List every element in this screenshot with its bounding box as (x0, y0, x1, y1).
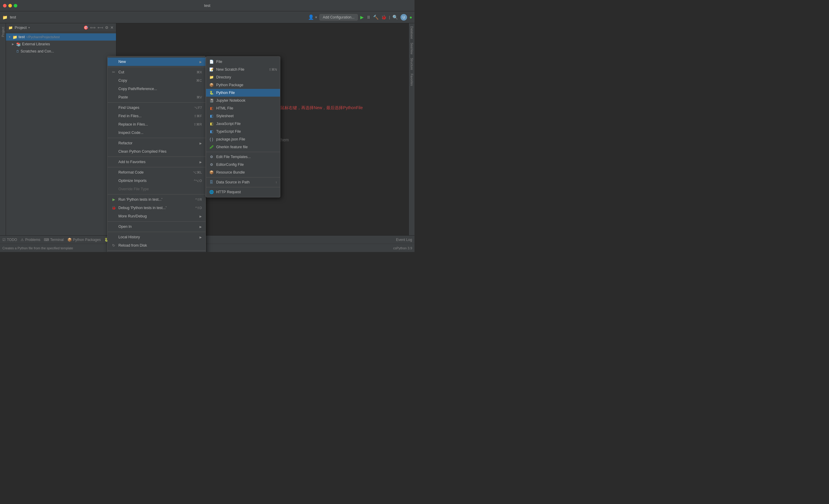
debug-shortcut: ^⇧D (195, 206, 202, 210)
stop-icon[interactable]: ⏸ (366, 14, 371, 20)
minimize-button[interactable] (8, 4, 12, 7)
submenu-item-package-json[interactable]: { } package.json File (206, 135, 280, 143)
menu-item-debug[interactable]: 🐞 Debug 'Python tests in test...' ^⇧D (108, 204, 206, 212)
directory-icon: 📁 (209, 75, 214, 79)
submenu-label-jupyter: Jupyter Notebook (216, 99, 245, 103)
bottom-tab-python-packages[interactable]: 📦 Python Packages (67, 238, 101, 242)
menu-item-refactor[interactable]: Refactor ▶ (108, 139, 206, 147)
menu-label-override: Override File Type (118, 187, 149, 191)
tree-icon-ext: 📚 (16, 42, 21, 46)
menu-item-copy[interactable]: Copy ⌘C (108, 76, 206, 85)
debug-icon[interactable]: 🐞 (381, 14, 387, 20)
panel-title-arrow[interactable]: ▾ (28, 26, 30, 29)
submenu-sep-1 (206, 152, 280, 152)
submenu-item-directory[interactable]: 📁 Directory (206, 73, 280, 81)
submenu-item-jupyter[interactable]: 📓 Jupyter Notebook (206, 97, 280, 104)
submenu-item-javascript[interactable]: ◧ JavaScript File (206, 120, 280, 128)
submenu-item-stylesheet[interactable]: ◧ Stylesheet (206, 112, 280, 120)
submenu-label-data-source: Data Source in Path (216, 180, 250, 184)
menu-label-reload: Reload from Disk (118, 243, 147, 248)
run-icon[interactable]: ▶ (360, 14, 364, 20)
left-sidebar-tabs: Project (0, 23, 6, 235)
sidebar-tab-project[interactable]: Project (1, 25, 5, 39)
search-icon[interactable]: 🔍 (392, 14, 398, 20)
submenu-item-data-source[interactable]: 🗄 Data Source in Path ↑ (206, 178, 280, 186)
panel-close-icon[interactable]: ✕ (110, 25, 114, 30)
optimize-shortcut: ^⌥O (194, 179, 202, 183)
tree-item-external-libraries[interactable]: ▶ 📚 External Libraries (6, 41, 116, 48)
menu-label-replace: Replace in Files... (118, 122, 148, 127)
bottom-tab-todo[interactable]: ☑ TODO (2, 238, 17, 242)
menu-item-more-run[interactable]: More Run/Debug ▶ (108, 212, 206, 220)
menu-item-reload[interactable]: ↻ Reload from Disk (108, 241, 206, 250)
project-tree: ▼ 📁 test ~/PycharmProjects/test ▶ 📚 Exte… (6, 32, 116, 235)
json-icon: { } (209, 137, 214, 141)
panel-collapse-icon[interactable]: ⟻ (98, 25, 103, 30)
menu-item-run[interactable]: ▶ Run 'Python tests in test...' ^⇧R (108, 195, 206, 204)
menu-item-clean-python[interactable]: Clean Python Compiled Files (108, 147, 206, 156)
panel-settings-icon[interactable]: ⚙ (105, 25, 109, 30)
menu-item-find-usages[interactable]: Find Usages ⌥F7 (108, 104, 206, 112)
menu-item-copy-path[interactable]: Copy Path/Reference... (108, 85, 206, 93)
tree-item-root[interactable]: ▼ 📁 test ~/PycharmProjects/test (6, 33, 116, 41)
debug-menu-icon: 🐞 (111, 206, 116, 210)
user-avatar[interactable]: U (400, 14, 407, 21)
submenu-label-directory: Directory (216, 75, 231, 79)
submenu-item-new-scratch[interactable]: 📝 New Scratch File ⇧⌘N (206, 66, 280, 73)
find-usages-shortcut: ⌥F7 (194, 106, 202, 110)
menu-label-refactor: Refactor (118, 141, 133, 145)
tree-label-ext: External Libraries (22, 42, 50, 46)
right-tab-seaview[interactable]: SeaView (409, 41, 414, 56)
submenu-item-typescript[interactable]: ◧ TypeScript File (206, 128, 280, 135)
submenu-item-python-file[interactable]: 🐍 Python File (206, 89, 280, 97)
menu-item-local-history[interactable]: Local History ▶ (108, 233, 206, 241)
menu-item-open-in[interactable]: Open In ▶ (108, 222, 206, 231)
right-tab-structure[interactable]: Structure (409, 56, 414, 72)
menu-item-find-in-files[interactable]: Find in Files... ⇧⌘F (108, 112, 206, 120)
submenu-item-edit-templates[interactable]: ⚙ Edit File Templates... (206, 153, 280, 161)
tree-item-scratches[interactable]: 🗒 Scratches and Con... (6, 48, 116, 55)
submenu-item-file[interactable]: 📄 File (206, 58, 280, 66)
submenu-item-python-package[interactable]: 📦 Python Package (206, 81, 280, 89)
add-configuration-button[interactable]: Add Configuration... (319, 14, 358, 21)
menu-item-replace-in-files[interactable]: Replace in Files... ⇧⌘R (108, 120, 206, 129)
submenu-label-json: package.json File (216, 137, 245, 141)
menu-item-compare[interactable]: ⟺ Compare With... ⌘D (108, 252, 206, 252)
bottom-tab-terminal[interactable]: ⌨ Terminal (44, 238, 64, 242)
right-tab-database[interactable]: Database (409, 25, 414, 41)
bottom-tab-event-log[interactable]: Event Log (396, 238, 412, 242)
window-controls[interactable] (3, 4, 17, 7)
python-version[interactable]: csPython 3.9 (393, 246, 412, 250)
submenu-item-editorconfig[interactable]: ⚙ EditorConfig File (206, 161, 280, 169)
menu-item-cut[interactable]: ✂ Cut ⌘X (108, 68, 206, 76)
submenu-item-resource-bundle[interactable]: 📦 Resource Bundle (206, 169, 280, 176)
menu-label-cut: Cut (118, 70, 124, 74)
menu-item-reformat[interactable]: Reformat Code ⌥⌘L (108, 168, 206, 177)
run-menu-icon: ▶ (111, 197, 116, 202)
bottom-tab-problems[interactable]: ⚠ Problems (21, 238, 40, 242)
menu-label-clean: Clean Python Compiled Files (118, 149, 167, 153)
data-source-arrow: ↑ (276, 180, 277, 184)
menu-item-paste[interactable]: Paste ⌘V (108, 93, 206, 101)
menu-item-override: Override File Type (108, 185, 206, 193)
menu-item-optimize[interactable]: Optimize Imports ^⌥O (108, 177, 206, 185)
menu-item-add-favorites[interactable]: Add to Favorites ▶ (108, 158, 206, 166)
close-button[interactable] (3, 4, 6, 7)
submenu-label-editorconfig: EditorConfig File (216, 163, 244, 167)
window-title: test (204, 3, 211, 8)
submenu-item-gherkin[interactable]: 🥒 Gherkin feature file (206, 143, 280, 151)
right-tab-favorites[interactable]: Favorites (409, 72, 414, 88)
panel-expand-icon[interactable]: ⟺ (90, 25, 96, 30)
todo-icon: ☑ (2, 238, 6, 242)
submenu-label-scratch: New Scratch File (216, 67, 266, 72)
maximize-button[interactable] (14, 4, 17, 7)
user-icon-area[interactable]: 👤 ▾ (308, 14, 317, 20)
submenu-item-html[interactable]: ◧ HTML File (206, 104, 280, 112)
panel-locate-icon[interactable]: 🎯 (83, 25, 88, 30)
build-icon[interactable]: 🔨 (373, 14, 379, 20)
menu-item-new[interactable]: New ▶ (108, 58, 206, 66)
menu-item-inspect-code[interactable]: Inspect Code... (108, 129, 206, 137)
http-icon: 🌐 (209, 190, 214, 194)
submenu-item-http-request[interactable]: 🌐 HTTP Request (206, 188, 280, 196)
js-icon: ◧ (209, 122, 214, 126)
